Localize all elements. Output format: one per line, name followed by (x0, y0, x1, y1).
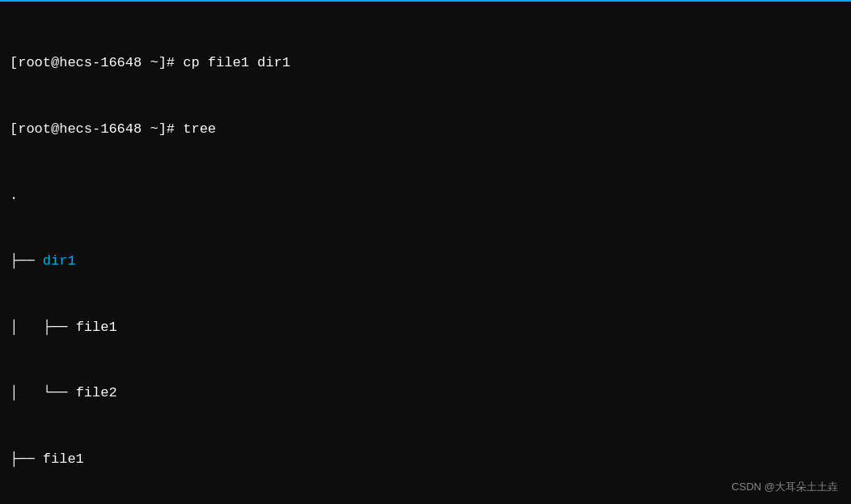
watermark: CSDN @大耳朵土土垚 (731, 480, 838, 494)
tree-file2-under-dir1: │ └── file2 (10, 382, 841, 404)
tree-root: . (10, 184, 841, 206)
prompt-1: [root@hecs-16648 ~]# (10, 55, 183, 70)
cmd-line-1: [root@hecs-16648 ~]# cp file1 dir1 (10, 52, 841, 74)
cmd-line-2: [root@hecs-16648 ~]# tree (10, 118, 841, 140)
prompt-2: [root@hecs-16648 ~]# (10, 121, 183, 137)
terminal-window: [root@hecs-16648 ~]# cp file1 dir1 [root… (0, 0, 851, 504)
terminal-output: [root@hecs-16648 ~]# cp file1 dir1 [root… (0, 2, 851, 504)
tree-file1-root: ├── file1 (10, 448, 841, 470)
command-1: cp file1 dir1 (183, 55, 290, 70)
tree-file1-under-dir1: │ ├── file1 (10, 316, 841, 338)
command-2: tree (183, 121, 216, 137)
tree-dir1: ├── dir1 (10, 250, 841, 272)
